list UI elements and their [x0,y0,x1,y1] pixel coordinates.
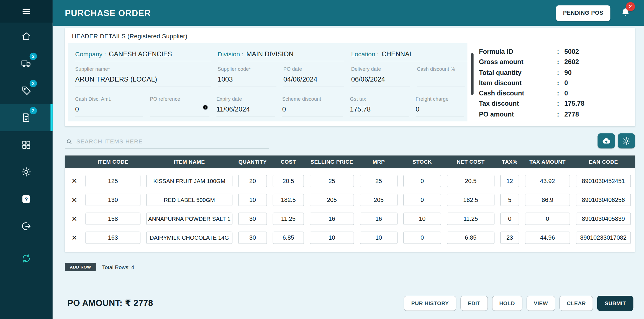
field-label: Supplier code* [218,66,276,72]
cell-item-name[interactable] [146,213,232,225]
column-header-item-code: ITEM CODE [83,159,143,165]
field-value[interactable]: 1003 [218,75,276,86]
cell-quantity[interactable] [238,232,267,244]
cell-mrp[interactable] [360,194,397,206]
sidebar-item-home[interactable] [0,23,53,50]
delete-row-button[interactable]: ✕ [66,214,83,223]
cell-selling-price[interactable] [310,232,354,244]
cell-item-name[interactable] [146,232,232,244]
cell-cost[interactable] [273,175,304,187]
menu-button[interactable] [0,0,53,23]
content: HEADER DETAILS (Registered Supplier) Com… [53,26,644,319]
field-po-reference: PO reference [150,96,209,117]
sidebar-item-delivery[interactable]: 2 [0,50,53,77]
location-value: CHENNAI [382,50,411,58]
cell-tax-amount[interactable] [525,213,570,225]
division-field[interactable]: Division : MAIN DIVISION [218,47,344,61]
cell-selling-price[interactable] [310,213,354,225]
field-value[interactable]: 04/06/2024 [283,75,344,86]
delete-row-button[interactable]: ✕ [66,233,83,242]
field-value[interactable]: 175.78 [350,105,409,117]
field-value[interactable]: 0 [75,105,143,117]
cell-selling-price[interactable] [310,194,354,206]
submit-button[interactable]: SUBMIT [597,296,633,311]
field-label: Expiry date [216,96,275,102]
pending-pos-button[interactable]: PENDING POS [556,5,610,21]
notifications-button[interactable]: 2 [620,7,631,19]
cell-item-code[interactable] [85,194,140,206]
cell-item-code[interactable] [85,175,140,187]
clear-button[interactable]: CLEAR [560,296,593,311]
cell-tax-pct[interactable] [500,194,519,206]
cell-mrp[interactable] [360,213,397,225]
header-fields: Company : GANESH AGENCIES Division : MAI… [68,43,467,121]
cell-ean-code[interactable] [576,232,631,244]
cell-stock[interactable] [403,232,441,244]
cell-item-code[interactable] [85,232,140,244]
company-field[interactable]: Company : GANESH AGENCIES [75,47,211,61]
cell-quantity[interactable] [238,194,267,206]
cell-cost[interactable] [273,194,304,206]
location-field[interactable]: Location : CHENNAI [351,47,469,61]
cell-net-cost[interactable] [447,194,494,206]
cell-net-cost[interactable] [447,175,494,187]
cell-quantity[interactable] [238,175,267,187]
cell-tax-pct[interactable] [500,175,519,187]
cell-item-code[interactable] [85,213,140,225]
cell-tax-amount[interactable] [525,175,570,187]
sidebar-item-purchase-order[interactable]: 2 [0,104,53,131]
delete-row-button[interactable]: ✕ [66,177,83,185]
search-input[interactable] [65,136,269,149]
cell-tax-pct[interactable] [500,213,519,225]
add-row-button[interactable]: ADD ROW [65,263,96,271]
cell-net-cost[interactable] [447,213,494,225]
summary-scrollbar[interactable] [467,43,477,121]
sidebar-item-orders[interactable]: 3 [0,77,53,104]
total-rows-label: Total Rows: 4 [102,264,134,270]
hold-button[interactable]: HOLD [492,296,522,311]
table-row: ✕ [65,171,635,190]
view-button[interactable]: VIEW [526,296,555,311]
field-value[interactable]: 0 [282,105,343,117]
cell-ean-code[interactable] [576,194,631,206]
scrollbar-thumb[interactable] [471,53,474,95]
field-value[interactable] [417,75,465,86]
sidebar-item-modules[interactable] [0,131,53,158]
cell-item-name[interactable] [146,175,232,187]
pur-history-button[interactable]: PUR HISTORY [404,296,456,311]
cell-net-cost[interactable] [447,232,494,244]
cell-quantity[interactable] [238,213,267,225]
search-row [65,133,635,149]
delete-row-button[interactable]: ✕ [66,196,83,204]
summary-formula-id: Formula ID:5002 [479,48,628,59]
cell-ean-code[interactable] [576,175,631,187]
cell-tax-amount[interactable] [525,232,570,244]
field-value[interactable]: ARUN TRADERS (LOCAL) [75,75,211,86]
field-value[interactable]: 06/06/2024 [351,75,410,86]
summary-tax-discount: Tax discount:175.78 [479,100,628,111]
sidebar-item-settings[interactable] [0,158,53,186]
cell-stock[interactable] [403,213,441,225]
cell-tax-pct[interactable] [500,232,519,244]
cell-ean-code[interactable] [576,213,631,225]
cell-selling-price[interactable] [310,175,354,187]
sidebar-item-help[interactable]: ? [0,186,53,213]
field-scheme-discount: Scheme discount0 [282,96,343,117]
table-toolbar [597,133,635,149]
cell-stock[interactable] [403,194,441,206]
cell-cost[interactable] [273,232,304,244]
cell-tax-amount[interactable] [525,194,570,206]
upload-button[interactable] [597,133,615,148]
cell-item-name[interactable] [146,194,232,206]
field-value[interactable] [150,105,209,117]
sidebar-item-logout[interactable] [0,213,53,240]
field-value[interactable]: 0 [416,105,464,117]
sidebar-item-sync[interactable] [0,245,53,272]
cell-stock[interactable] [403,175,441,187]
cell-cost[interactable] [273,213,304,225]
cell-mrp[interactable] [360,175,397,187]
field-value[interactable]: 11/06/2024 [216,105,275,117]
edit-button[interactable]: EDIT [460,296,488,311]
table-settings-button[interactable] [618,133,635,148]
cell-mrp[interactable] [360,232,397,244]
